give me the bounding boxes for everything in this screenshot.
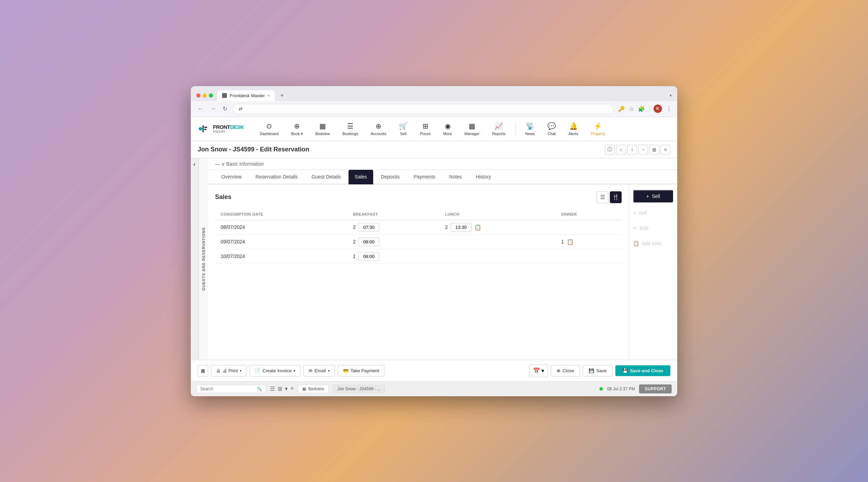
close-window-button[interactable] xyxy=(196,93,200,98)
col-breakfast: BREAKFAST xyxy=(347,209,440,220)
tab-payments[interactable]: Payments xyxy=(407,170,441,184)
col-lunch: LUNCH xyxy=(440,209,556,220)
nav-item-prices[interactable]: ⊞ Prices xyxy=(415,119,436,139)
breakfast-time-3[interactable] xyxy=(358,252,379,261)
tab-deposits[interactable]: Deposits xyxy=(375,170,406,184)
sell-primary-button[interactable]: + Sell xyxy=(633,190,673,202)
tab-overview[interactable]: Overview xyxy=(215,170,248,184)
forward-button[interactable]: → xyxy=(209,104,217,113)
close-status-icon[interactable]: × xyxy=(290,385,294,392)
nav-label-news: News xyxy=(525,132,535,136)
nav-item-chat[interactable]: 💬 Chat xyxy=(542,119,562,139)
menu-icon[interactable]: ⋮ xyxy=(666,106,672,112)
support-button[interactable]: SUPPORT xyxy=(639,384,672,393)
search-bar[interactable]: 🔍 xyxy=(196,385,266,393)
sell-secondary-label: Sell xyxy=(639,210,647,216)
nav-item-news[interactable]: 📡 News xyxy=(520,119,541,139)
create-invoice-button[interactable]: 📄 Create Invoice ▾ xyxy=(249,365,301,376)
list-view-button[interactable]: ☰ xyxy=(597,191,608,203)
sell-secondary-button[interactable]: + Sell xyxy=(633,208,673,218)
footer-right-actions: 📅 ▾ ⊗ Close 💾 Save 💾 Save and Close xyxy=(529,364,670,377)
nav-item-more[interactable]: ◉ More xyxy=(437,119,457,139)
nav-item-bookings[interactable]: ☰ Bookings xyxy=(337,119,363,139)
email-button[interactable]: ✉ Email ▾ xyxy=(303,365,335,376)
tab-guest-details[interactable]: Guest Details xyxy=(305,170,347,184)
nav-item-sell[interactable]: 🛒 Sell xyxy=(393,119,413,139)
nav-item-manager[interactable]: ▦ Manager xyxy=(459,119,485,139)
save-button[interactable]: 💾 Save xyxy=(583,365,613,376)
maximize-window-button[interactable] xyxy=(209,93,213,98)
save-and-close-button[interactable]: 💾 Save and Close xyxy=(615,365,670,376)
info-button[interactable]: ⓘ xyxy=(605,145,615,155)
lunch-time-1[interactable] xyxy=(451,223,472,232)
lunch-copy-icon-1[interactable]: 📋 xyxy=(474,224,481,231)
next-button[interactable]: › xyxy=(627,145,637,155)
print-button[interactable]: 🖨 🖨 Print ▾ xyxy=(211,365,247,376)
bedview-status-button[interactable]: ▦ Bedview xyxy=(298,385,328,393)
close-label: Close xyxy=(563,368,574,373)
reservation-tag[interactable]: Jon Snow - JS4599 - ... xyxy=(333,385,385,393)
user-avatar[interactable]: K xyxy=(654,105,662,113)
tab-sales[interactable]: Sales xyxy=(349,170,373,184)
grid-view-button[interactable]: ▦ xyxy=(198,365,208,376)
tab-reservation-details[interactable]: Reservation Details xyxy=(249,170,304,184)
nav-item-alerts[interactable]: 🔔 Alerts xyxy=(563,119,584,139)
close-reservation-button[interactable]: ⊗ Close xyxy=(551,365,580,376)
nav-label-more: More xyxy=(443,132,452,136)
minimize-button[interactable]: − xyxy=(638,145,648,155)
dinner-count-2: 1 xyxy=(561,239,564,244)
nav-item-dashboard[interactable]: ⊙ Dashboard xyxy=(254,119,284,139)
grid-icon: ▦ xyxy=(201,368,205,373)
tab-dropdown-button[interactable]: ▾ xyxy=(670,93,672,98)
sidebar-toggle[interactable]: ‹ xyxy=(191,158,198,360)
print-label: 🖨 Print xyxy=(223,368,238,373)
windowed-button[interactable]: ⊠ xyxy=(649,145,659,155)
close-x-icon: ⊗ xyxy=(557,368,560,373)
back-button[interactable]: ← xyxy=(196,104,205,113)
sidebar-label: GUESTS AND RESERVATIONS xyxy=(198,158,208,360)
add-note-button[interactable]: 📋 Add note xyxy=(633,239,673,248)
search-input[interactable] xyxy=(200,387,254,391)
extension-icon[interactable]: 🧩 xyxy=(638,106,645,112)
star-icon[interactable]: ☆ xyxy=(629,106,634,112)
breakfast-time-2[interactable] xyxy=(358,238,379,246)
nav-item-bedview[interactable]: ▦ Bedview xyxy=(310,119,336,139)
nav-item-property[interactable]: ⚡ Property xyxy=(585,119,611,139)
edit-button[interactable]: ✏ Edit xyxy=(633,223,673,233)
save-close-label: Save and Close xyxy=(630,368,663,373)
page-title: Jon Snow - JS4599 - Edit Reservation xyxy=(198,146,309,153)
food-view-button[interactable]: 🍴 xyxy=(610,191,622,203)
svg-rect-2 xyxy=(204,127,207,128)
new-tab-button[interactable]: + xyxy=(278,91,287,101)
nav-item-reports[interactable]: 📈 Reports xyxy=(486,119,511,139)
nav-item-book[interactable]: ⊕ Book ▾ xyxy=(286,119,309,139)
close-button[interactable]: × xyxy=(661,145,670,155)
main-layout: ‹ GUESTS AND RESERVATIONS — ∨ Basic Info… xyxy=(191,158,677,360)
grid-status-icon[interactable]: ⊞ xyxy=(278,385,282,392)
collapse-button[interactable]: — ∨ Basic Information xyxy=(215,161,264,167)
list-icon[interactable]: ☰ xyxy=(270,385,275,392)
lunch-cell-2 xyxy=(440,234,556,249)
dashboard-icon: ⊙ xyxy=(266,122,272,130)
chevron-status-icon[interactable]: ▾ xyxy=(285,385,288,392)
dinner-copy-icon-2[interactable]: 📋 xyxy=(567,239,574,245)
take-payment-button[interactable]: 💳 Take Payment xyxy=(338,365,384,376)
sell-secondary-icon: + xyxy=(633,210,636,216)
tab-history[interactable]: History xyxy=(469,170,497,184)
app-container: FRONTDESK master ⊙ Dashboard ⊕ Book ▾ ▦ … xyxy=(191,117,677,396)
calendar-button[interactable]: 📅 ▾ xyxy=(529,364,548,377)
nav-item-accounts[interactable]: ⊕ Accounts xyxy=(365,119,392,139)
breakfast-time-1[interactable] xyxy=(358,223,379,232)
logo-desk: DESK xyxy=(230,124,244,130)
refresh-button[interactable]: ↻ xyxy=(221,104,229,114)
app-logo[interactable]: FRONTDESK master xyxy=(198,123,244,135)
tab-notes[interactable]: Notes xyxy=(443,170,468,184)
breakfast-count-1: 2 xyxy=(353,224,356,230)
nav-label-prices: Prices xyxy=(420,132,431,136)
browser-tab[interactable]: Frontdesk Master × xyxy=(217,90,275,101)
tab-close-button[interactable]: × xyxy=(268,93,270,98)
prev-button[interactable]: ‹ xyxy=(616,145,626,155)
minimize-window-button[interactable] xyxy=(203,93,207,98)
address-bar[interactable]: ⇄ xyxy=(233,104,614,114)
nav-label-accounts: Accounts xyxy=(371,132,386,136)
